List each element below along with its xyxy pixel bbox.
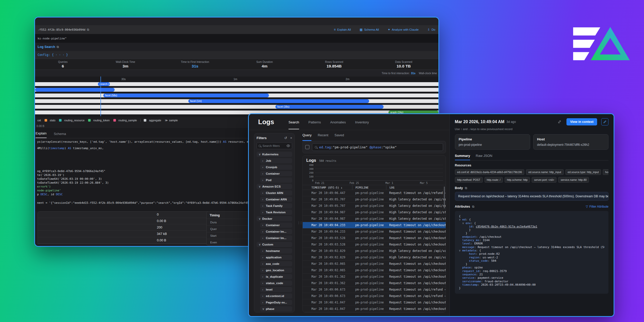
toolbar-button[interactable]: ▦ Schema All (360, 28, 379, 31)
gantt-bar-search[interactable]: search (1s (98, 82, 110, 86)
config-toggle[interactable]: Config: { · · · } (38, 53, 68, 57)
log-table-row[interactable]: Mar 20 10:49:00.673 pm-prod-pipeline Req… (303, 293, 446, 299)
search-query-input[interactable]: ed.tag:"pm-prod-pipeline" @phase:"spike" (312, 143, 443, 151)
log-table-row[interactable]: Mar 20 10:49:04.987 pm-prod-pipeline Hig… (303, 216, 446, 222)
filter-item[interactable]: › is_duplicate (260, 274, 292, 279)
scrollbar-thumb[interactable] (444, 187, 445, 208)
sort-descending-icon[interactable]: ↓ (341, 186, 342, 189)
log-table-row[interactable]: Mar 20 10:49:04.987 pm-prod-pipeline Hig… (303, 209, 446, 216)
filter-item[interactable]: › Cronjob (260, 165, 292, 170)
copy-icon[interactable]: ⧉ (87, 28, 89, 31)
resource-chip[interactable]: ed.source.name: http_input (526, 169, 563, 175)
resource-chip[interactable]: ed.conf.id: db519a1c-ba4a-4234-a6b3-d475… (455, 169, 524, 175)
query-options-button[interactable] (305, 145, 309, 149)
filter-item[interactable]: › Task Family (260, 203, 292, 208)
nav-tab[interactable]: Inventory (355, 115, 369, 129)
eye-icon[interactable] (286, 144, 290, 148)
close-filters-icon[interactable]: × (290, 136, 292, 140)
query-tab[interactable]: Recent (318, 133, 328, 141)
resource-chip[interactable]: host.ip: REDACTED (603, 169, 608, 175)
resource-chip[interactable]: server.port: <nil> (532, 177, 556, 183)
legend-item[interactable]: aggregate (140, 119, 161, 122)
resource-chip[interactable]: ed.source.type: http_input (565, 169, 601, 175)
legend-item[interactable]: routing_resource (59, 119, 84, 122)
filter-item[interactable]: › Container (260, 171, 292, 176)
filters-search-input[interactable]: Search filters (257, 142, 292, 149)
column-header-log[interactable]: LOG (386, 185, 446, 190)
log-table-row[interactable]: Mar 20 10:49:04.233 pm-prod-pipeline Req… (303, 228, 446, 235)
nav-tab[interactable]: Search (289, 115, 299, 129)
gantt-bar[interactable] (35, 88, 115, 92)
filter-item[interactable]: › Task Revision (260, 210, 292, 215)
log-table-row[interactable]: Mar 20 10:49:06.447 pm-prod-pipeline Req… (303, 190, 446, 196)
toolbar-button[interactable]: ⇩ Do (427, 28, 435, 31)
copy-body-icon[interactable]: ⧉ (465, 186, 467, 190)
legend-item[interactable]: routing_sample (113, 119, 137, 122)
column-header-pipeline[interactable]: PIPELINE (352, 185, 386, 190)
filter-item[interactable]: ∨ Kubernetes (257, 152, 292, 157)
filter-item[interactable]: › application (260, 255, 292, 260)
filter-item[interactable]: ∨ Amazon ECS (257, 184, 292, 189)
resource-chip[interactable]: http.scheme: http (505, 177, 530, 183)
filter-item[interactable]: › PagerDuty ev... (260, 300, 292, 305)
legend-item[interactable]: routing_token (88, 119, 110, 122)
log-table-row[interactable]: Mar 20 10:49:02.065 pm-prod-pipeline Req… (303, 267, 446, 274)
copy-icon[interactable]: ⧉ (57, 45, 59, 49)
resource-chip[interactable]: http.route: / (485, 177, 503, 183)
filter-item[interactable]: › status_code (260, 281, 292, 286)
log-search-link[interactable]: Log Search (38, 45, 55, 49)
log-table-row[interactable]: Mar 20 10:49:05.707 pm-prod-pipeline Hig… (303, 203, 446, 209)
trace-tab[interactable]: Schema (54, 132, 66, 138)
log-table-row[interactable]: Mar 20 10:49:02.829 pm-prod-pipeline Hig… (303, 254, 446, 261)
query-tab[interactable]: Query (302, 133, 311, 141)
filter-item[interactable]: › level (260, 287, 292, 292)
filter-item[interactable]: ∨ Docker (257, 216, 292, 221)
log-table-row[interactable]: Mar 20 10:48:41.047 pm-prod-pipeline Req… (303, 299, 446, 306)
log-table-row[interactable]: Mar 20 10:49:01.362 pm-prod-pipeline Req… (303, 274, 446, 280)
copy-link-icon[interactable] (558, 120, 561, 124)
sidebar-resize-handle[interactable]: ⋮⋮ (297, 221, 300, 225)
log-table-row[interactable]: Mar 20 10:48:41.047 pm-prod-pipeline Req… (303, 306, 446, 312)
log-table-row[interactable]: Mar 20 10:49:01.362 pm-prod-pipeline Req… (303, 280, 446, 286)
detail-tab[interactable]: Raw JSON (476, 154, 492, 160)
filter-item[interactable]: › Container (260, 223, 292, 228)
filter-attributes-link[interactable]: ▽ Filter Attribute (586, 205, 608, 208)
view-in-context-button[interactable]: View in context (566, 118, 597, 125)
log-table-row[interactable]: Mar 20 10:49:04.233 pm-prod-pipeline Req… (303, 222, 446, 228)
filter-item[interactable]: ∨ phase (260, 306, 292, 311)
filter-item[interactable]: › geo_location (260, 268, 292, 273)
log-table-row[interactable]: Mar 20 10:49:02.065 pm-prod-pipeline Req… (303, 261, 446, 267)
query-tab[interactable]: Saved (335, 133, 344, 141)
filter-item[interactable]: › hostname (260, 248, 292, 253)
log-table-row[interactable]: Mar 20 10:49:02.829 pm-prod-pipeline Hig… (303, 248, 446, 254)
filter-item[interactable]: ∨ Custom (257, 242, 292, 247)
filter-item[interactable]: › ed.context.id (260, 293, 292, 299)
filter-item[interactable]: › Pod (260, 177, 292, 183)
legend-item[interactable]: cet (36, 119, 41, 122)
resource-chip[interactable]: service.name: http-80 (558, 177, 589, 183)
column-header-timestamp[interactable]: TIMESTAMP (UTC-5) ↓ (311, 186, 352, 189)
gantt-bar-facet[interactable]: facet (1m) (188, 99, 369, 103)
nav-tab[interactable]: Anomalies (330, 115, 346, 129)
filter-item[interactable]: › Container Im... (260, 229, 292, 234)
log-table-row[interactable]: Mar 20 10:49:03.528 pm-prod-pipeline Req… (303, 241, 446, 248)
resource-chip[interactable]: http.method: POST (455, 177, 483, 183)
reset-filters-icon[interactable]: ↺ (284, 136, 287, 140)
filter-item[interactable]: › Container Im... (260, 235, 292, 241)
edit-icon[interactable] (601, 118, 608, 125)
attributes-json-tree[interactable]: {∨ed: {∨env: {id: c954b676-8b2e-4863-917… (455, 211, 608, 294)
nav-tab[interactable]: Patterns (308, 115, 321, 129)
toolbar-button[interactable]: ✦ Analyze with Claude (388, 28, 419, 31)
log-table-row[interactable]: Mar 20 10:49:05.707 pm-prod-pipeline Hig… (303, 196, 446, 203)
filter-item[interactable]: › Container ARN (260, 197, 292, 202)
toolbar-button[interactable]: ≡ Explain All (334, 28, 351, 31)
detail-tab[interactable]: Summary (455, 154, 470, 160)
filter-item[interactable]: › asa_code (260, 261, 292, 266)
log-table-row[interactable]: Mar 20 10:49:03.528 pm-prod-pipeline Req… (303, 235, 446, 241)
trace-tab[interactable]: Explain (36, 131, 47, 138)
log-table-row[interactable]: Mar 20 10:49:00.673 pm-prod-pipeline Req… (303, 286, 446, 293)
gantt-bar-facet[interactable]: facet (38s) (275, 105, 384, 109)
gantt-bar-facet[interactable]: facet (58s) (103, 94, 269, 97)
legend-item[interactable]: ≫ sample (165, 119, 178, 122)
legend-item[interactable]: stats (45, 119, 55, 122)
